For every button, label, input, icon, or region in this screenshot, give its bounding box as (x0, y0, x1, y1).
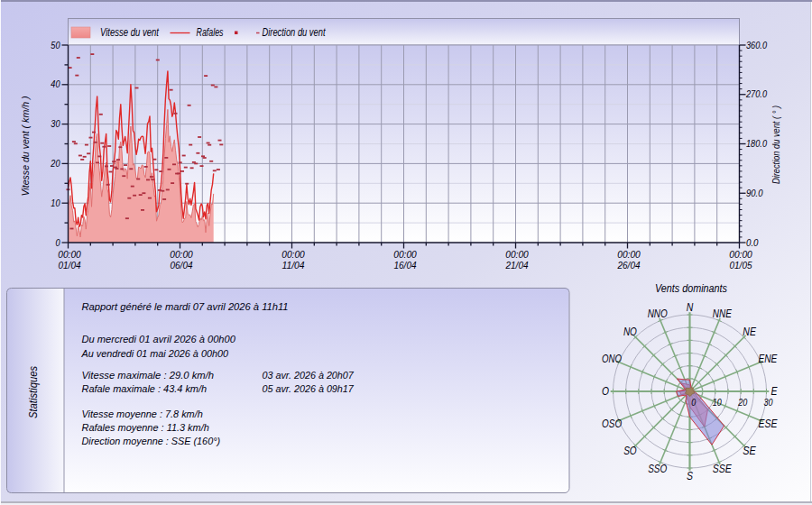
svg-text:30: 30 (51, 119, 60, 129)
svg-text:03 avr. 2026 à 20h07: 03 avr. 2026 à 20h07 (263, 370, 355, 381)
svg-text:01/04: 01/04 (59, 261, 81, 271)
svg-text:Vents dominants: Vents dominants (655, 282, 727, 295)
svg-text:00:00: 00:00 (617, 250, 641, 260)
svg-text:Du mercredi 01 avril 2026 à 00: Du mercredi 01 avril 2026 à 00h00 (82, 334, 236, 344)
svg-text:Rafales moyenne : 11.3 km/h: Rafales moyenne : 11.3 km/h (82, 422, 209, 433)
svg-text:50: 50 (51, 41, 60, 50)
svg-text:Vitesse moyenne : 7.8 km/h: Vitesse moyenne : 7.8 km/h (82, 409, 203, 419)
svg-text:00:00: 00:00 (58, 250, 81, 260)
svg-text:SSE: SSE (713, 463, 733, 475)
svg-text:S: S (687, 470, 693, 482)
svg-text:16/04: 16/04 (394, 261, 417, 271)
svg-text:OSO: OSO (602, 418, 622, 430)
svg-text:N: N (687, 301, 694, 314)
svg-text:SO: SO (623, 445, 637, 457)
svg-text:O: O (602, 385, 609, 398)
svg-text:11/04: 11/04 (282, 261, 305, 271)
svg-text:NE: NE (743, 326, 756, 338)
svg-text:ONO: ONO (602, 353, 622, 365)
svg-text:0: 0 (55, 238, 60, 248)
svg-text:SE: SE (743, 445, 756, 457)
svg-text:Vitesse du vent ( km/h ): Vitesse du vent ( km/h ) (20, 96, 31, 196)
svg-text:40: 40 (51, 79, 60, 89)
svg-text:NO: NO (623, 326, 637, 338)
svg-text:Direction moyenne : SSE (160°): Direction moyenne : SSE (160°) (82, 436, 221, 446)
svg-text:30: 30 (764, 397, 774, 408)
svg-text:00:00: 00:00 (729, 250, 752, 260)
svg-text:10: 10 (713, 397, 723, 408)
svg-text:10: 10 (51, 198, 60, 208)
svg-text:Statistiques: Statistiques (27, 366, 40, 418)
svg-text:00:00: 00:00 (170, 250, 193, 260)
svg-text:E: E (771, 385, 779, 398)
svg-text:01/05: 01/05 (730, 261, 752, 271)
svg-text:NNE: NNE (713, 308, 733, 320)
svg-text:SSO: SSO (648, 463, 667, 475)
svg-text:ENE: ENE (758, 353, 778, 365)
svg-text:ESE: ESE (758, 418, 778, 430)
svg-text:Au vendredi 01 mai 2026 à 00h0: Au vendredi 01 mai 2026 à 00h00 (81, 348, 229, 359)
svg-text:0.0: 0.0 (746, 238, 759, 248)
svg-text:Rafales: Rafales (197, 26, 224, 39)
svg-text:26/04: 26/04 (617, 261, 641, 271)
svg-text:20: 20 (737, 397, 748, 408)
svg-text:Vitesse du vent: Vitesse du vent (100, 26, 160, 39)
svg-text:Rafale maximale : 43.4 km/h: Rafale maximale : 43.4 km/h (82, 383, 208, 394)
svg-text:Rapport généré le mardi 07 avr: Rapport généré le mardi 07 avril 2026 à … (82, 301, 289, 312)
svg-text:06/04: 06/04 (171, 261, 193, 271)
svg-text:Vitesse maximale : 29.0 km/h: Vitesse maximale : 29.0 km/h (82, 370, 215, 381)
svg-text:20: 20 (50, 159, 60, 169)
svg-text:0: 0 (691, 397, 697, 408)
svg-text:180.0: 180.0 (746, 139, 767, 149)
svg-text:00:00: 00:00 (505, 250, 529, 260)
svg-text:90.0: 90.0 (746, 188, 763, 198)
svg-text:Direction du vent ( ° ): Direction du vent ( ° ) (770, 106, 781, 184)
svg-text:NNO: NNO (648, 308, 668, 320)
svg-text:Direction du vent: Direction du vent (263, 26, 327, 39)
svg-text:21/04: 21/04 (505, 261, 529, 271)
svg-text:270.0: 270.0 (745, 89, 767, 99)
svg-text:360.0: 360.0 (746, 41, 767, 50)
svg-text:00:00: 00:00 (281, 250, 305, 260)
svg-text:05 avr. 2026 à 09h17: 05 avr. 2026 à 09h17 (263, 383, 355, 394)
svg-text:00:00: 00:00 (393, 250, 417, 260)
